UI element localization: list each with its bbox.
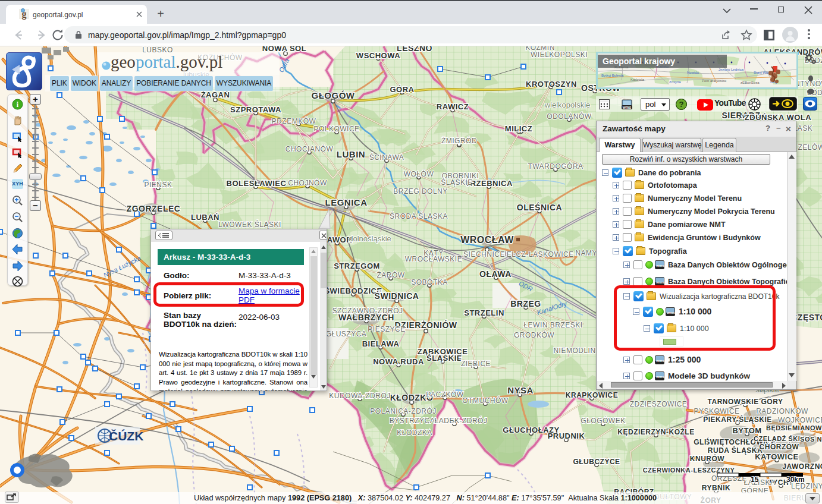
svg-text:BOLESŁAWIEC: BOLESŁAWIEC [227,179,287,188]
svg-text:zEBoeStrza: zEBoeStrza [741,81,760,84]
svg-text:SIECHNICE: SIECHNICE [463,250,505,259]
svg-text:SZCZAWNO-ZDRÓJ: SZCZAWNO-ZDRÓJ [332,306,403,315]
svg-text:KĘDZIERZYN-KOŹLE: KĘDZIERZYN-KOŹLE [617,427,694,436]
svg-text:SOS NO: SOS NO [800,436,822,443]
svg-text:Kadziela: Kadziela [630,78,645,81]
svg-text:KŁODZKA: KŁODZKA [397,429,432,437]
svg-text:SZPROTAWA: SZPROTAWA [230,105,281,114]
svg-text:RADZIONKÓW: RADZIONKÓW [756,407,808,415]
svg-text:?: ? [679,100,684,109]
svg-text:STRZELIN: STRZELIN [464,308,504,317]
svg-text:GLI: GLI [694,438,707,446]
svg-text:KOŹMIN: KOŹMIN [525,46,555,52]
svg-text:BIELAWA: BIELAWA [362,339,400,348]
svg-text:ŚLĄSKIE: ŚLĄSKIE [441,178,473,187]
svg-text:Nowido: Nowido [687,71,699,74]
svg-text:ŁEWIN BRZESKI: ŁEWIN BRZESKI [523,321,582,329]
svg-text:BRZEG DOLNY: BRZEG DOLNY [393,187,448,196]
svg-text:ODOLANÓW: ODOLANÓW [547,112,592,121]
svg-text:NIEMODLIN: NIEMODLIN [553,346,595,355]
svg-text:GŁUSZYCA: GŁUSZYCA [326,330,367,338]
svg-text:ŚCINAWA: ŚCINAWA [369,153,404,162]
svg-text:PACZKÓW: PACZKÓW [426,390,463,399]
svg-text:JELCZ-LASKOWICE: JELCZ-LASKOWICE [503,250,574,259]
svg-text:ZGORZELEC: ZGORZELEC [127,204,181,213]
svg-text:ŚLĄSKIE: ŚLĄSKIE [426,354,462,363]
svg-text:PYSKOWICE: PYSKOWICE [694,407,739,415]
svg-text:GÓRA: GÓRA [390,85,415,94]
svg-text:KNURÓW: KNURÓW [690,454,724,463]
svg-text:NOWA RUDA: NOWA RUDA [373,357,424,366]
svg-text:KUDOWA-ZDRÓJ: KUDOWA-ZDRÓJ [329,391,391,400]
svg-text:Bytkyj Bolesla: Bytkyj Bolesla [601,74,624,77]
svg-text:OLEŚNICA: OLEŚNICA [517,202,562,212]
svg-text:LESZNO: LESZNO [397,46,432,53]
svg-text:wms: wms [622,105,632,109]
svg-text:CHOCIANÓW: CHOCIANÓW [285,144,334,153]
svg-text:GRODKÓW: GRODKÓW [514,330,554,339]
svg-text:WOJKOWICE: WOJKOWICE [778,416,822,424]
svg-text:PIEŃSK: PIEŃSK [144,180,172,189]
svg-text:PIESZYCE: PIESZYCE [368,325,405,333]
svg-text:GŁUBCZYCE: GŁUBCZYCE [573,458,620,466]
svg-text:LEGNICA: LEGNICA [325,197,368,207]
svg-text:POLKOWICE: POLKOWICE [313,125,359,133]
svg-text:30km: 30km [786,475,805,484]
svg-text:WROCŁAW: WROCŁAW [460,235,514,245]
svg-text:Pom aranowice: Pom aranowice [702,79,727,83]
svg-text:ZDZIESZOWICE: ZDZIESZOWICE [630,400,688,408]
svg-text:Jezioro Lednica: Jezioro Lednica [719,68,744,71]
svg-text:WSCHOWA: WSCHOWA [356,51,400,60]
svg-text:ŚRODA ŚLĄSKA: ŚRODA ŚLĄSKA [390,212,448,220]
svg-text:KATOWICE: KATOWICE [755,452,799,461]
svg-text:KRAPKOWICE: KRAPKOWICE [566,391,618,399]
svg-text:POLANICA-ZDRÓJ: POLANICA-ZDRÓJ [370,407,437,415]
svg-text:ŚWIEBODZICE: ŚWIEBODZICE [324,286,382,295]
svg-text:RYBNIK: RYBNIK [702,484,731,492]
svg-text:ŁADEK-ZDRÓJ: ŁADEK-ZDRÓJ [435,416,488,425]
svg-text:CZELADŹ ŚKIE: CZELADŹ ŚKIE [754,435,805,442]
svg-text:LUBAŃ: LUBAŃ [191,213,219,222]
svg-text:dolnośląskie: dolnośląskie [349,234,391,243]
svg-text:STRZEGOM: STRZEGOM [334,262,380,270]
svg-text:WROCŁAWSKIE: WROCŁAWSKIE [405,255,462,263]
svg-text:RAWICZ: RAWICZ [437,102,469,111]
svg-text:PRZEMKÓW: PRZEMKÓW [272,116,316,125]
svg-text:BYTOM: BYTOM [732,426,761,435]
svg-text:TWARDOGÓRA: TWARDOGÓRA [528,162,583,171]
svg-text:BRZEG: BRZEG [510,299,541,308]
svg-text:KROTOSZYN: KROTOSZYN [526,80,577,89]
svg-text:CHORZÓW: CHORZÓW [760,442,799,451]
svg-text:SOBÓTKA: SOBÓTKA [411,278,448,286]
svg-text:ČÚZK: ČÚZK [109,429,143,443]
svg-text:PRUDNIK: PRUDNIK [548,431,585,440]
svg-text:ŻARÓW: ŻARÓW [377,270,404,279]
svg-text:WOŁÓW: WOŁÓW [404,169,434,178]
svg-text:LWÓWEK ŚLĄSKI: LWÓWEK ŚLĄSKI [218,220,281,229]
svg-text:PIEKARY ŚLĄSKIE: PIEKARY ŚLĄSKIE [703,415,772,424]
svg-text:CHOJNÓW: CHOJNÓW [288,178,327,187]
svg-text:WIELKOPOLSKI: WIELKOPOLSKI [531,51,588,59]
svg-text:ŁAZISKA: ŁAZISKA [744,478,776,487]
svg-text:ŻAGAŃ: ŻAGAŃ [201,90,230,99]
svg-text:BĘDSIEMIANOW: BĘDSIEMIANOW [766,424,822,431]
svg-text:LUBIN: LUBIN [337,149,365,159]
svg-text:MILICZ: MILICZ [505,124,532,133]
svg-text:15: 15 [751,475,759,484]
svg-text:ŻMIGRÓD: ŻMIGRÓD [441,136,477,145]
svg-text:wielkopolskie: wielkopolskie [544,100,591,109]
svg-text:OŁAWA: OŁAWA [479,269,512,279]
svg-text:NYSA: NYSA [507,385,534,395]
svg-text:ŚWIDNICA: ŚWIDNICA [375,291,419,301]
svg-text:BYSTRZYCA: BYSTRZYCA [390,417,435,425]
svg-text:ZIĘBICE: ZIĘBICE [461,360,491,368]
svg-text:Zmiyrla: Zmiyrla [669,80,681,84]
svg-text:TARNOWSKIE GÓRY: TARNOWSKIE GÓRY [708,397,783,406]
svg-text:GŁOGÓW: GŁOGÓW [312,90,355,100]
svg-text:OTMUCHÓW: OTMUCHÓW [462,396,508,405]
svg-text:GŁOGÓWEK: GŁOGÓWEK [581,416,625,425]
svg-text:CZERWIONKA-LESZCZYNY: CZERWIONKA-LESZCZYNY [643,467,735,474]
svg-text:ZELÓW: ZELÓW [798,143,822,152]
svg-text:JAWORZNO: JAWORZNO [782,462,822,471]
